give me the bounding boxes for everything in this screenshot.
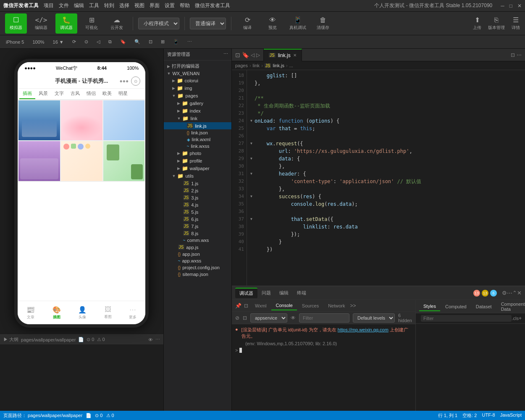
fold-40[interactable] [250,238,255,246]
copy-btn[interactable]: ⧉ [106,38,114,45]
phone-tab-star[interactable]: 明星 [115,89,131,99]
utils-folder[interactable]: ▼ 📁 utils [164,172,231,180]
phone-nav-more[interactable]: ⋯ 更多 [129,306,136,320]
link-wxml-file[interactable]: ▶ ◈ link.wxml [164,136,231,143]
menu-item-project[interactable]: 项目 [44,2,54,9]
menu-item-select[interactable]: 选择 [119,2,129,9]
project-config-file[interactable]: ▶ {} project.config.json [164,264,231,271]
file-panel-more[interactable]: ⋯ [223,51,228,58]
styles-tab[interactable]: Styles [419,302,440,311]
split-editor-icon[interactable]: ⊡ [511,52,515,58]
util-6js[interactable]: ▶ JS 6.js [164,215,231,223]
link-folder[interactable]: ▼ 📁 link [164,115,231,122]
fold-31[interactable]: ▼ [250,170,255,178]
phone-img-6[interactable] [103,141,145,181]
console-error-link[interactable]: https://mp.weixin.qq.com [338,327,388,332]
menu-item-tools[interactable]: 工具 [89,2,99,9]
devtools-minimize-icon[interactable]: ⌃ [512,290,517,296]
fold-36[interactable] [250,208,255,215]
fold-28[interactable] [250,147,255,155]
console-filter-icon[interactable]: ⊡ [243,315,247,321]
phone-img-1[interactable] [18,100,60,140]
fold-22[interactable] [250,102,255,110]
mode-select[interactable]: 小程序模式 [138,18,179,29]
more-path-btn[interactable]: ⋯ [155,337,160,342]
edit-tab[interactable]: 编辑 [275,288,293,298]
console-clear-icon[interactable]: ⊘ [235,315,239,321]
comm-wxs-file[interactable]: ▶ ~ comm.wxs [164,237,231,244]
fold-25[interactable] [250,125,255,132]
nav-back[interactable]: ◁ [251,52,255,58]
app-wxss-file[interactable]: ▶ ~ app.wxss [164,257,231,264]
component-data-tab[interactable]: Component Data [497,300,525,313]
fold-34[interactable]: ▼ [250,193,255,200]
console-service-select[interactable]: appservice [250,313,287,323]
window-minimize[interactable]: ─ [501,3,504,9]
link-json-file[interactable]: ▶ {} link.json [164,129,231,136]
devtools-more-icon[interactable]: ⋯ [507,290,512,296]
phone-more-btn[interactable]: ⊙ [131,76,140,86]
style-filter-input[interactable] [421,315,512,322]
fold-29[interactable]: ▼ [250,155,255,163]
cloud-btn[interactable]: ☁ 云开发 [106,13,128,34]
devtools-settings-icon[interactable]: ⚙ [502,290,507,296]
compile-btn[interactable]: ⟳ 编译 [236,13,258,34]
more-sub-btn[interactable]: ⋯ [185,38,194,45]
preview-btn[interactable]: 👁 预览 [262,13,284,34]
console-level-select[interactable]: Default levels [353,313,395,323]
util-1js[interactable]: ▶ JS 1.js [164,180,231,187]
fold-27[interactable]: ▼ [250,140,255,147]
util-8js[interactable]: ▶ JS 8.js [164,230,231,237]
search-small-btn[interactable]: 🔍 [132,38,143,45]
simulator-btn[interactable]: ☐ 模拟器 [5,13,27,34]
fold-24[interactable]: ▼ [250,117,255,125]
breadcrumb-link-js[interactable]: link.js [273,63,284,68]
breadcrumb-link[interactable]: link [253,63,260,68]
debugger-btn[interactable]: 🐛 调试器 [55,13,77,34]
add-style-icon[interactable]: + [519,315,522,321]
fold-38[interactable] [250,223,255,231]
link-js-tab[interactable]: JS link.js ✕ [264,49,302,61]
upload-btn[interactable]: ⬆ 上传 [473,16,481,31]
img-folder[interactable]: ▶ 📁 img [164,84,231,92]
photo-folder[interactable]: ▶ 📁 photo [164,150,231,157]
gallery-folder[interactable]: ▶ 📁 gallery [164,100,231,107]
fold-33[interactable] [250,185,255,193]
phone-nav-illustration[interactable]: 🎨 插图 [52,306,61,320]
phone-tab-text[interactable]: 文字 [51,89,67,99]
home-btn[interactable]: ⊙ [82,38,91,45]
phone-tab-illustration[interactable]: 插画 [19,89,35,99]
code-content[interactable]: gglist: [] }, /** [247,70,525,286]
profile-folder[interactable]: ▶ 📁 profile [164,157,231,165]
issues-tab[interactable]: 问题 [257,288,275,298]
app-js-file[interactable]: ▶ JS app.js [164,244,231,251]
fold-19[interactable] [250,79,255,87]
phone-img-3[interactable] [103,100,145,140]
phone-img-5[interactable] [61,141,102,181]
open-editors-section[interactable]: ▶ 打开的编辑器 [164,62,231,70]
phone-tab-scenery[interactable]: 风景 [35,89,51,99]
index-folder[interactable]: ▶ 📁 index [164,107,231,115]
sources-inner-tab[interactable]: Sources [298,302,323,310]
phone-tab-couple[interactable]: 情侣 [83,89,99,99]
outline-toggle[interactable]: ▶ 大纲 [3,336,18,343]
window-close[interactable]: ✕ [517,3,522,9]
phone-nav-avatar[interactable]: 👤 头像 [78,306,87,320]
window-maximize[interactable]: □ [509,3,512,9]
debugger-tab[interactable]: 调试器 [235,288,257,298]
real-debug-btn[interactable]: 📱 真机调试 [287,13,309,34]
wx-wenan-section[interactable]: ▼ WX_WENAN [164,70,231,77]
util-3js[interactable]: ▶ JS 3.js [164,194,231,201]
app-json-file[interactable]: ▶ {} app.json [164,251,231,257]
phone-nav-gallery[interactable]: 🖼 看图 [104,306,112,320]
fold-18[interactable] [250,72,255,79]
compile-select[interactable]: 普通编译 [190,18,226,29]
editor-more-icon[interactable]: ⋯ [517,52,522,58]
phone-img-2[interactable] [61,100,102,140]
util-5js[interactable]: ▶ JS 5.js [164,208,231,215]
fold-41[interactable] [250,246,255,253]
menu-item-edit[interactable]: 编辑 [74,2,84,9]
menu-item-help[interactable]: 帮助 [180,2,190,9]
dataset-tab[interactable]: Dataset [472,302,496,311]
console-filter-input[interactable] [299,313,349,323]
